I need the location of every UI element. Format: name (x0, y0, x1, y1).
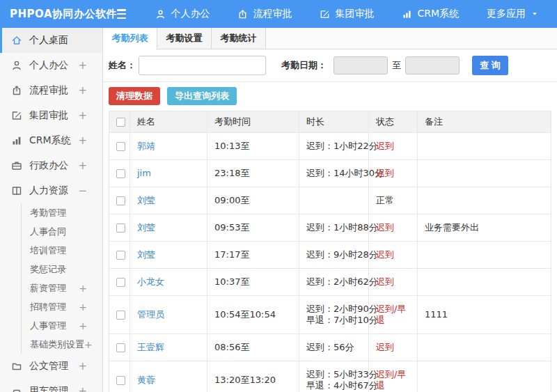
select-all-checkbox[interactable] (116, 118, 125, 127)
sidebar-sub-item[interactable]: 培训管理 (22, 241, 102, 260)
car-icon (11, 386, 22, 392)
row-checkbox[interactable] (116, 251, 125, 260)
home-icon (11, 35, 22, 46)
duration: 迟到：9小时28分 (299, 242, 369, 269)
sidebar-item[interactable]: 集团审批+ (0, 103, 102, 128)
topbar: PHPOA协同办公软件 个人办公流程审批集团审批CRM系统更多应用 (0, 0, 557, 28)
remark (418, 242, 551, 269)
expand-toggle-icon[interactable]: + (78, 134, 95, 147)
doc-icon (11, 361, 22, 372)
sidebar-sub-item[interactable]: 考勤管理 (22, 203, 102, 222)
sidebar-item[interactable]: 行政办公+ (0, 153, 102, 178)
remark (418, 361, 551, 392)
top-nav-item[interactable]: 集团审批 (310, 0, 384, 28)
expand-toggle-icon[interactable]: + (79, 320, 102, 331)
expand-toggle-icon[interactable]: + (78, 360, 95, 373)
row-checkbox[interactable] (116, 376, 125, 385)
row-checkbox[interactable] (116, 278, 125, 287)
date-start-input[interactable] (334, 56, 388, 75)
sidebar-sub-item[interactable]: 基础类别设置+ (22, 335, 102, 354)
remark (418, 269, 551, 296)
to-label: 至 (392, 59, 401, 72)
employee-name-link[interactable]: 管理员 (137, 309, 164, 320)
row-checkbox[interactable] (116, 196, 125, 205)
export-list-button[interactable]: 导出查询列表 (167, 87, 237, 105)
top-nav-label: 集团审批 (335, 8, 374, 20)
query-button[interactable]: 查 询 (472, 56, 508, 75)
row-checkbox[interactable] (116, 311, 125, 320)
expand-toggle-icon[interactable]: + (78, 159, 95, 172)
sidebar-sub-item[interactable]: 奖惩记录 (22, 260, 102, 279)
employee-name-link[interactable]: jim (137, 168, 151, 178)
column-header: 时长 (299, 111, 369, 133)
sidebar-item-label: CRM系统 (29, 134, 78, 147)
attendance-table: 姓名考勤时间时长状态备注 郭靖10:13至迟到：1小时22分迟到jim23:18… (109, 111, 551, 392)
row-checkbox[interactable] (116, 169, 125, 178)
flow-icon (237, 9, 248, 19)
top-nav-item[interactable]: 流程审批 (228, 0, 301, 28)
employee-name-link[interactable]: 小龙女 (137, 276, 164, 287)
employee-name-link[interactable]: 王壹辉 (137, 342, 164, 352)
sidebar-item[interactable]: CRM系统+ (0, 128, 102, 153)
top-nav-item[interactable]: 更多应用 (477, 0, 549, 28)
expand-toggle-icon[interactable]: + (84, 339, 103, 350)
sidebar-item[interactable]: 公文管理+ (0, 354, 102, 379)
tab-考勤统计[interactable]: 考勤统计 (212, 28, 266, 49)
row-checkbox[interactable] (116, 343, 125, 352)
row-checkbox[interactable] (116, 224, 125, 233)
sidebar-item[interactable]: 个人桌面 (0, 28, 102, 53)
column-header: 状态 (369, 111, 418, 133)
sidebar-sub-item[interactable]: 薪资管理+ (22, 279, 102, 297)
sidebar-item-label: 集团审批 (29, 109, 78, 122)
hamburger-menu-icon[interactable] (117, 9, 126, 19)
sidebar-item[interactable]: 用车管理+ (0, 379, 102, 392)
status-text: 迟到/早退 (369, 361, 418, 392)
expand-toggle-icon[interactable]: + (78, 385, 95, 392)
toolbar: 清理数据 导出查询列表 (103, 82, 557, 111)
name-input[interactable] (139, 56, 266, 75)
expand-toggle-icon[interactable]: + (79, 301, 102, 313)
top-nav-label: 个人办公 (171, 8, 210, 20)
employee-name-link[interactable]: 郭靖 (137, 141, 155, 151)
clean-data-button[interactable]: 清理数据 (109, 87, 160, 105)
attendance-time: 13:20至13:20 (207, 361, 299, 392)
expand-toggle-icon[interactable]: + (78, 59, 95, 72)
employee-name-link[interactable]: 刘莹 (137, 249, 155, 260)
remark: 1111 (418, 296, 551, 334)
expand-toggle-icon[interactable]: − (78, 185, 95, 197)
sidebar-item-label: 公文管理 (29, 360, 78, 373)
attendance-time: 08:56至 (207, 334, 299, 361)
sidebar-sub-item[interactable]: 人事合同 (22, 222, 102, 241)
row-checkbox[interactable] (116, 142, 125, 151)
top-nav-label: 更多应用 (487, 8, 526, 20)
employee-name-link[interactable]: 刘莹 (137, 222, 155, 233)
employee-name-link[interactable]: 刘莹 (137, 195, 155, 205)
table-row: 郭靖10:13至迟到：1小时22分迟到 (109, 133, 551, 160)
duration: 迟到：2小时90分早退：7小时10分 (299, 296, 369, 334)
expand-toggle-icon[interactable]: + (79, 283, 102, 294)
sidebar-item-label: 流程审批 (29, 84, 78, 97)
tab-考勤列表[interactable]: 考勤列表 (103, 28, 157, 49)
briefcase-icon (11, 160, 22, 171)
sidebar-item[interactable]: 人力资源− (0, 178, 102, 203)
attendance-time: 17:17至 (207, 242, 299, 269)
date-end-input[interactable] (405, 56, 460, 75)
employee-name-link[interactable]: 黄蓉 (137, 375, 155, 385)
sidebar-sub-item[interactable]: 招聘管理+ (22, 297, 102, 316)
sidebar-item[interactable]: 个人办公+ (0, 53, 102, 78)
top-nav-item[interactable]: 个人办公 (146, 0, 219, 28)
sidebar-item-label: 个人办公 (29, 59, 78, 72)
status-text: 迟到 (369, 334, 418, 361)
sidebar-item[interactable]: 流程审批+ (0, 78, 102, 103)
table-row: 刘莹09:00至正常 (109, 187, 551, 214)
sidebar-sub-item-label: 基础类别设置 (30, 338, 84, 351)
table-row: 黄蓉13:20至13:20迟到：5小时33分早退：4小时67分迟到/早退 (109, 361, 551, 392)
tab-考勤设置[interactable]: 考勤设置 (157, 28, 212, 49)
expand-toggle-icon[interactable]: + (78, 109, 95, 122)
top-nav: 个人办公流程审批集团审批CRM系统更多应用 (146, 0, 557, 28)
top-nav-item[interactable]: CRM系统 (392, 0, 469, 28)
expand-toggle-icon[interactable]: + (78, 84, 95, 97)
status-text: 迟到/早退 (369, 296, 418, 334)
edit-icon (11, 110, 22, 121)
sidebar-sub-item[interactable]: 人事管理+ (22, 316, 102, 335)
